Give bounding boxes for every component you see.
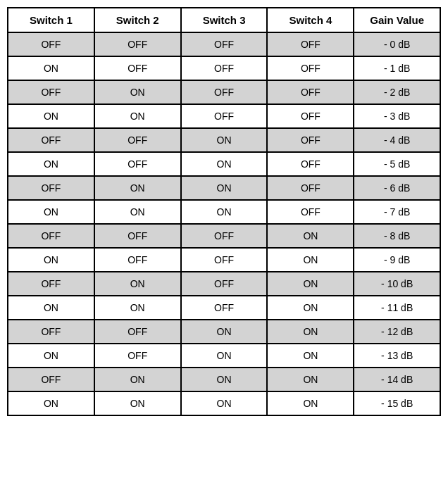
cell-r3-c0: ON [8,104,94,128]
column-header-4: Gain Value [354,8,440,32]
cell-r13-c1: OFF [94,344,181,368]
table-row: OFFOFFOFFOFF- 0 dB [8,32,440,56]
cell-r11-c4: - 11 dB [354,296,440,320]
cell-r13-c2: ON [181,344,268,368]
cell-r8-c0: OFF [8,224,94,248]
cell-r4-c0: OFF [8,128,94,152]
cell-r8-c1: OFF [94,224,181,248]
cell-r7-c1: ON [94,200,181,224]
cell-r2-c2: OFF [181,80,268,104]
cell-r6-c0: OFF [8,176,94,200]
cell-r15-c3: ON [267,391,354,415]
cell-r15-c2: ON [181,391,268,415]
cell-r3-c1: ON [94,104,181,128]
cell-r4-c1: OFF [94,128,181,152]
table-row: ONONOFFON- 11 dB [8,296,440,320]
cell-r12-c1: OFF [94,320,181,344]
cell-r10-c0: OFF [8,272,94,296]
table-row: OFFONOFFON- 10 dB [8,272,440,296]
cell-r3-c3: OFF [267,104,354,128]
header-row: Switch 1Switch 2Switch 3Switch 4Gain Val… [8,8,440,32]
cell-r14-c0: OFF [8,368,94,391]
switch-gain-table: Switch 1Switch 2Switch 3Switch 4Gain Val… [7,7,441,416]
table-row: ONOFFOFFON- 9 dB [8,248,440,272]
column-header-1: Switch 2 [94,8,181,32]
cell-r15-c1: ON [94,391,181,415]
cell-r3-c4: - 3 dB [354,104,440,128]
cell-r14-c2: ON [181,368,268,391]
table-row: ONONONON- 15 dB [8,391,440,415]
cell-r14-c1: ON [94,368,181,391]
cell-r7-c2: ON [181,200,268,224]
cell-r12-c3: ON [267,320,354,344]
cell-r11-c0: ON [8,296,94,320]
cell-r2-c0: OFF [8,80,94,104]
table-row: OFFOFFONON- 12 dB [8,320,440,344]
table-row: OFFOFFOFFON- 8 dB [8,224,440,248]
cell-r2-c4: - 2 dB [354,80,440,104]
cell-r11-c1: ON [94,296,181,320]
cell-r4-c2: ON [181,128,268,152]
cell-r11-c2: OFF [181,296,268,320]
cell-r15-c4: - 15 dB [354,391,440,415]
cell-r2-c3: OFF [267,80,354,104]
cell-r1-c0: ON [8,56,94,80]
cell-r7-c0: ON [8,200,94,224]
table-row: OFFONONON- 14 dB [8,368,440,391]
cell-r1-c4: - 1 dB [354,56,440,80]
cell-r9-c3: ON [267,248,354,272]
cell-r0-c3: OFF [267,32,354,56]
cell-r8-c2: OFF [181,224,268,248]
cell-r0-c0: OFF [8,32,94,56]
cell-r6-c2: ON [181,176,268,200]
cell-r8-c4: - 8 dB [354,224,440,248]
cell-r14-c3: ON [267,368,354,391]
cell-r10-c3: ON [267,272,354,296]
cell-r6-c3: OFF [267,176,354,200]
cell-r4-c3: OFF [267,128,354,152]
column-header-2: Switch 3 [181,8,268,32]
table-row: ONOFFONON- 13 dB [8,344,440,368]
cell-r11-c3: ON [267,296,354,320]
cell-r5-c1: OFF [94,152,181,176]
cell-r5-c0: ON [8,152,94,176]
cell-r12-c0: OFF [8,320,94,344]
table-row: ONOFFONOFF- 5 dB [8,152,440,176]
cell-r9-c0: ON [8,248,94,272]
cell-r14-c4: - 14 dB [354,368,440,391]
cell-r13-c4: - 13 dB [354,344,440,368]
cell-r12-c2: ON [181,320,268,344]
table-row: ONOFFOFFOFF- 1 dB [8,56,440,80]
cell-r10-c1: ON [94,272,181,296]
cell-r15-c0: ON [8,391,94,415]
cell-r0-c2: OFF [181,32,268,56]
cell-r10-c4: - 10 dB [354,272,440,296]
cell-r5-c2: ON [181,152,268,176]
cell-r12-c4: - 12 dB [354,320,440,344]
table-row: OFFONONOFF- 6 dB [8,176,440,200]
cell-r6-c4: - 6 dB [354,176,440,200]
table-row: ONONONOFF- 7 dB [8,200,440,224]
column-header-3: Switch 4 [267,8,354,32]
cell-r7-c3: OFF [267,200,354,224]
table-row: OFFOFFONOFF- 4 dB [8,128,440,152]
cell-r6-c1: ON [94,176,181,200]
cell-r7-c4: - 7 dB [354,200,440,224]
cell-r10-c2: OFF [181,272,268,296]
cell-r9-c4: - 9 dB [354,248,440,272]
cell-r4-c4: - 4 dB [354,128,440,152]
cell-r5-c3: OFF [267,152,354,176]
cell-r3-c2: OFF [181,104,268,128]
cell-r8-c3: ON [267,224,354,248]
cell-r0-c1: OFF [94,32,181,56]
table-row: OFFONOFFOFF- 2 dB [8,80,440,104]
cell-r5-c4: - 5 dB [354,152,440,176]
cell-r2-c1: ON [94,80,181,104]
column-header-0: Switch 1 [8,8,94,32]
cell-r1-c3: OFF [267,56,354,80]
cell-r9-c1: OFF [94,248,181,272]
table-row: ONONOFFOFF- 3 dB [8,104,440,128]
cell-r13-c3: ON [267,344,354,368]
cell-r9-c2: OFF [181,248,268,272]
cell-r0-c4: - 0 dB [354,32,440,56]
